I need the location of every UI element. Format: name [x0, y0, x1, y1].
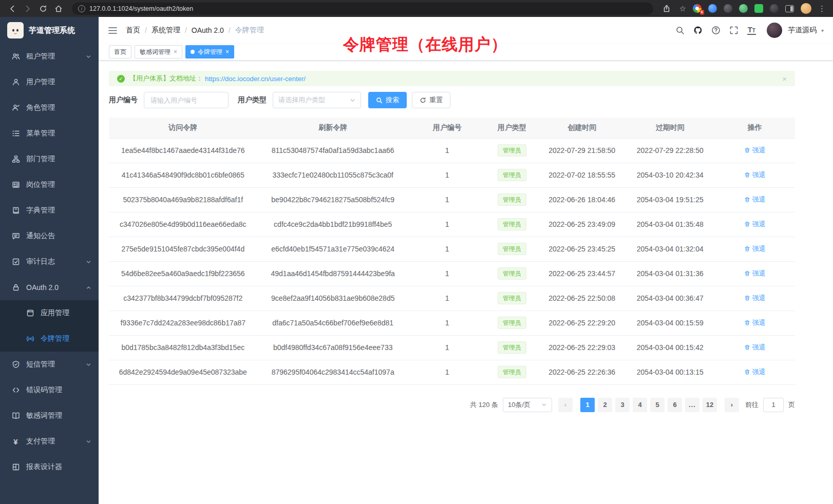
delete-icon	[744, 147, 750, 153]
sidebar-item-tenant[interactable]: 租户管理	[0, 44, 99, 69]
page-button-12[interactable]: 12	[703, 398, 717, 412]
user-type-badge: 管理员	[498, 317, 526, 329]
extension-dark2-icon[interactable]	[770, 4, 779, 13]
sidebar-item-dict[interactable]: 字典管理	[0, 198, 99, 223]
sidebar-toggle-icon[interactable]	[785, 5, 794, 12]
bookmark-star-icon[interactable]: ☆	[679, 5, 686, 12]
breadcrumb-item[interactable]: OAuth 2.0	[192, 26, 224, 34]
page-button-2[interactable]: 2	[598, 398, 612, 412]
sidebar-item-audit[interactable]: 审计日志	[0, 249, 99, 275]
user-type-label: 用户类型	[238, 95, 267, 105]
breadcrumb-item[interactable]: 首页	[126, 26, 140, 35]
sidebar-item-label: 租户管理	[26, 52, 55, 61]
share-icon[interactable]	[660, 3, 673, 15]
notice-icon	[11, 232, 20, 241]
sidebar-item-sensitive[interactable]: 敏感词管理	[0, 403, 99, 429]
goto-page-input[interactable]	[763, 398, 784, 412]
sidebar-item-errcode[interactable]: 错误码管理	[0, 377, 99, 403]
sidebar-item-dept[interactable]: 部门管理	[0, 146, 99, 172]
action-cell: 强退	[715, 237, 795, 261]
expires-cell: 2054-03-04 00:15:42	[626, 335, 715, 360]
sidebar-item-pay[interactable]: ¥支付管理	[0, 429, 99, 454]
next-page-button[interactable]: ›	[725, 398, 739, 412]
sidebar-item-notice[interactable]: 通知公告	[0, 223, 99, 249]
force-logout-button[interactable]: 强退	[744, 343, 766, 352]
page-size-select[interactable]: 10条/页	[503, 398, 552, 412]
collapse-menu-icon[interactable]	[108, 26, 118, 35]
sidebar-item-token[interactable]: 令牌管理	[0, 326, 99, 352]
fullscreen-icon[interactable]	[729, 26, 739, 35]
prev-page-button[interactable]: ‹	[558, 398, 573, 412]
close-icon[interactable]: ×	[225, 49, 229, 55]
sidebar-item-sms[interactable]: 短信管理	[0, 352, 99, 377]
page-button-5[interactable]: 5	[650, 398, 665, 412]
user-avatar[interactable]	[767, 23, 782, 38]
action-cell: 强退	[715, 286, 795, 311]
delete-icon	[744, 172, 750, 178]
page-button-6[interactable]: 6	[668, 398, 682, 412]
browser-menu-icon[interactable]: ⋮	[818, 5, 826, 12]
force-logout-button[interactable]: 强退	[744, 170, 766, 180]
back-icon[interactable]	[6, 3, 18, 15]
force-logout-button[interactable]: 强退	[744, 195, 766, 204]
extensions-puzzle-icon[interactable]	[754, 4, 763, 13]
force-logout-button[interactable]: 强退	[744, 220, 766, 229]
user-type-select[interactable]: 请选择用户类型	[273, 92, 361, 108]
tab-item[interactable]: 首页	[109, 45, 131, 59]
oauth-icon	[11, 283, 20, 292]
home-icon[interactable]	[52, 3, 65, 15]
force-logout-button[interactable]: 强退	[744, 318, 766, 327]
page-button-1[interactable]: 1	[580, 398, 595, 412]
access-token-cell: f9336e7c7dd242a283ee98dc86b17a87	[109, 311, 257, 335]
user-id-input[interactable]	[144, 92, 229, 108]
user-type-cell: 管理员	[485, 286, 538, 311]
more-pages-button[interactable]: ...	[685, 398, 699, 412]
extension-green-icon[interactable]	[739, 4, 748, 13]
alert-close-icon[interactable]: ×	[782, 74, 787, 83]
alert-link[interactable]: https://doc.iocoder.cn/user-center/	[205, 75, 306, 83]
sidebar-item-oauth[interactable]: OAuth 2.0	[0, 275, 99, 300]
user-type-cell: 管理员	[485, 335, 538, 360]
page-button-4[interactable]: 4	[633, 398, 647, 412]
sidebar-item-label: 应用管理	[41, 308, 69, 318]
force-logout-button[interactable]: 强退	[744, 367, 766, 377]
forward-icon[interactable]	[22, 3, 34, 15]
force-logout-button[interactable]: 强退	[744, 146, 766, 155]
alert-text: 【用户体系】文档地址：	[129, 74, 203, 83]
help-icon[interactable]	[711, 26, 721, 35]
sidebar-item-post[interactable]: 岗位管理	[0, 172, 99, 198]
user-id-cell: 1	[409, 335, 486, 360]
username[interactable]: 芋道源码	[788, 26, 817, 35]
tab-item[interactable]: 令牌管理×	[185, 45, 234, 59]
search-button[interactable]: 搜索	[368, 92, 407, 108]
browser-profile-avatar[interactable]	[801, 3, 811, 14]
breadcrumb-item[interactable]: 系统管理	[152, 26, 180, 35]
sidebar-item-user[interactable]: 用户管理	[0, 69, 99, 95]
force-logout-button[interactable]: 强退	[744, 269, 766, 278]
force-logout-button[interactable]: 强退	[744, 244, 766, 254]
sidebar-item-menu[interactable]: 菜单管理	[0, 121, 99, 146]
tab-item[interactable]: 敏感词管理×	[135, 45, 182, 59]
address-bar[interactable]: i 127.0.0.1:1024/system/oauth2/token	[72, 3, 653, 15]
user-type-cell: 管理员	[485, 311, 538, 335]
extension-blue-icon[interactable]	[708, 4, 717, 13]
reset-button[interactable]: 重置	[412, 92, 450, 108]
search-icon[interactable]	[675, 26, 685, 35]
breadcrumb-separator: /	[145, 26, 147, 34]
expires-cell: 2054-03-04 00:13:15	[626, 360, 715, 384]
column-header: 访问令牌	[109, 118, 257, 138]
sidebar-item-report[interactable]: 报表设计器	[0, 454, 99, 480]
caret-down-icon[interactable]: ▾	[821, 28, 824, 33]
extension-colorful-icon[interactable]: 6	[693, 4, 702, 13]
sidebar-item-app[interactable]: 应用管理	[0, 300, 99, 326]
app-logo[interactable]: 芋道管理系统	[0, 17, 99, 44]
sidebar-item-role[interactable]: 角色管理	[0, 95, 99, 121]
page-button-3[interactable]: 3	[615, 398, 630, 412]
font-size-icon[interactable]: TT	[747, 26, 756, 35]
github-icon[interactable]	[693, 26, 703, 35]
extension-dark-icon[interactable]	[724, 4, 732, 13]
force-logout-button[interactable]: 强退	[744, 294, 766, 303]
site-info-icon[interactable]: i	[78, 5, 85, 12]
close-icon[interactable]: ×	[174, 49, 177, 55]
reload-icon[interactable]	[37, 3, 49, 15]
